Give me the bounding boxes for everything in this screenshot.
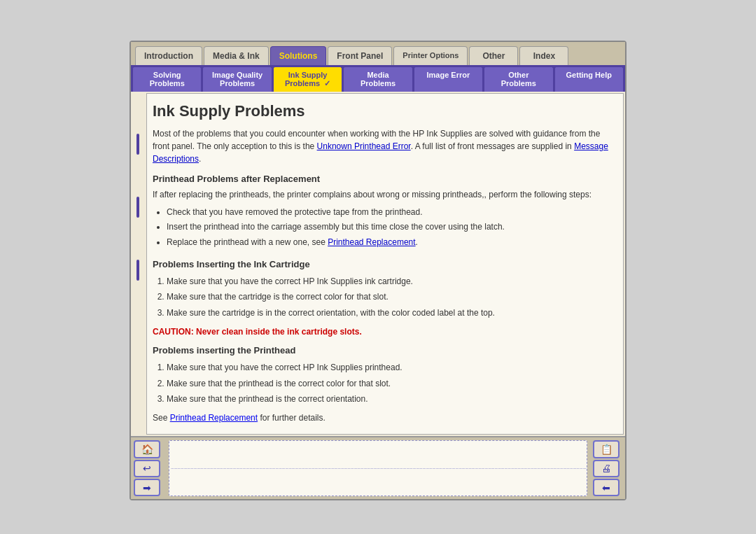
bullet-3: Replace the printhead with a new one, se… bbox=[167, 235, 612, 251]
num-item-6: Make sure that the printhead is the corr… bbox=[167, 391, 612, 407]
num-item-2: Make sure that the cartridge is the corr… bbox=[167, 289, 612, 305]
back-icon: ↩ bbox=[143, 463, 151, 474]
sub-tab-ink-supply[interactable]: Ink Supply Problems ✓ bbox=[273, 66, 342, 92]
section3-title: Problems inserting the Printhead bbox=[153, 345, 612, 356]
active-checkmark: ✓ bbox=[324, 79, 330, 87]
tab-introduction[interactable]: Introduction bbox=[135, 46, 202, 65]
sub-tab-other-problems[interactable]: Other Problems bbox=[484, 66, 553, 92]
nav-left: 🏠 ↩ ➡ bbox=[131, 437, 166, 499]
num-item-3: Make sure the cartridge is in the correc… bbox=[167, 305, 612, 321]
sidebar-marker-2 bbox=[136, 197, 139, 218]
bottom-nav: 🏠 ↩ ➡ ~~~~~~~~~~~~~~~~~~~~~~~~~~~~~~~~~~… bbox=[131, 436, 625, 499]
intro-paragraph: Most of the problems that you could enco… bbox=[153, 127, 612, 165]
printhead-replacement-link-2[interactable]: Printhead Replacement bbox=[170, 413, 258, 423]
back-button[interactable]: ↩ bbox=[134, 460, 160, 477]
scroll-pattern: ~~~~~~~~~~~~~~~~~~~~~~~~~~~~~~~~~~~~~~~~… bbox=[169, 441, 587, 496]
section1-text: If after replacing the printheads, the p… bbox=[153, 188, 612, 201]
section1-title: Printhead Problems after Replacement bbox=[153, 174, 612, 184]
caution-label: CAUTION: bbox=[153, 327, 194, 337]
content-wrapper: Ink Supply Problems Most of the problems… bbox=[131, 92, 625, 437]
bullet-1: Check that you have removed the protecti… bbox=[167, 205, 612, 220]
section2-title: Problems Inserting the Ink Cartridge bbox=[153, 259, 612, 269]
num-item-4: Make sure that you have the correct HP I… bbox=[167, 360, 612, 376]
tab-media-ink[interactable]: Media & Ink bbox=[204, 46, 269, 65]
numbered-list-2: Make sure that you have the correct HP I… bbox=[167, 360, 612, 407]
contents-icon: 📋 bbox=[601, 444, 612, 455]
unknown-printhead-link[interactable]: Unknown Printhead Error bbox=[317, 141, 411, 151]
caution-line: CAUTION: Never clean inside the ink cart… bbox=[153, 327, 612, 337]
left-sidebar bbox=[131, 92, 145, 437]
tab-solutions[interactable]: Solutions bbox=[270, 46, 327, 65]
sub-tab-solving-problems[interactable]: Solving Problems bbox=[132, 66, 202, 92]
tab-other[interactable]: Other bbox=[469, 46, 518, 65]
home-icon: 🏠 bbox=[141, 444, 153, 455]
sub-tab-media-problems[interactable]: Media Problems bbox=[343, 66, 412, 92]
see-also: See Printhead Replacement for further de… bbox=[153, 412, 612, 424]
num-item-5: Make sure that the printhead is the corr… bbox=[167, 376, 612, 392]
app-container: Introduction Media & Ink Solutions Front… bbox=[130, 41, 626, 501]
contents-button[interactable]: 📋 bbox=[593, 440, 620, 458]
tab-front-panel[interactable]: Front Panel bbox=[328, 46, 392, 65]
print-icon: 🖨 bbox=[601, 463, 611, 474]
main-content: Ink Supply Problems Most of the problems… bbox=[146, 93, 624, 435]
prev-button[interactable]: ⬅ bbox=[593, 479, 620, 496]
home-button[interactable]: 🏠 bbox=[134, 440, 160, 458]
top-tab-bar: Introduction Media & Ink Solutions Front… bbox=[131, 42, 625, 65]
sidebar-marker-1 bbox=[136, 134, 139, 155]
print-button[interactable]: 🖨 bbox=[593, 460, 620, 477]
printhead-replacement-link-1[interactable]: Printhead Replacement bbox=[328, 237, 415, 247]
sub-tab-getting-help[interactable]: Getting Help bbox=[554, 66, 624, 92]
sub-tab-image-error[interactable]: Image Error bbox=[414, 66, 483, 92]
forward-icon: ➡ bbox=[143, 482, 151, 493]
numbered-list-1: Make sure that you have the correct HP I… bbox=[167, 274, 612, 321]
page-title: Ink Supply Problems bbox=[153, 102, 612, 120]
scroll-area[interactable]: ~~~~~~~~~~~~~~~~~~~~~~~~~~~~~~~~~~~~~~~~… bbox=[169, 440, 587, 496]
bullet-list: Check that you have removed the protecti… bbox=[167, 205, 612, 251]
forward-button[interactable]: ➡ bbox=[134, 479, 160, 496]
num-item-1: Make sure that you have the correct HP I… bbox=[167, 274, 612, 290]
bullet-2: Insert the printhead into the carriage a… bbox=[167, 220, 612, 235]
sub-tab-bar: Solving Problems Image Quality Problems … bbox=[131, 65, 625, 92]
nav-right: 📋 🖨 ⬅ bbox=[590, 437, 625, 499]
prev-icon: ⬅ bbox=[602, 482, 610, 493]
sidebar-marker-3 bbox=[136, 260, 139, 281]
sub-tab-image-quality[interactable]: Image Quality Problems bbox=[202, 66, 272, 92]
tab-index[interactable]: Index bbox=[519, 46, 568, 65]
tab-printer-options[interactable]: Printer Options bbox=[393, 46, 468, 65]
